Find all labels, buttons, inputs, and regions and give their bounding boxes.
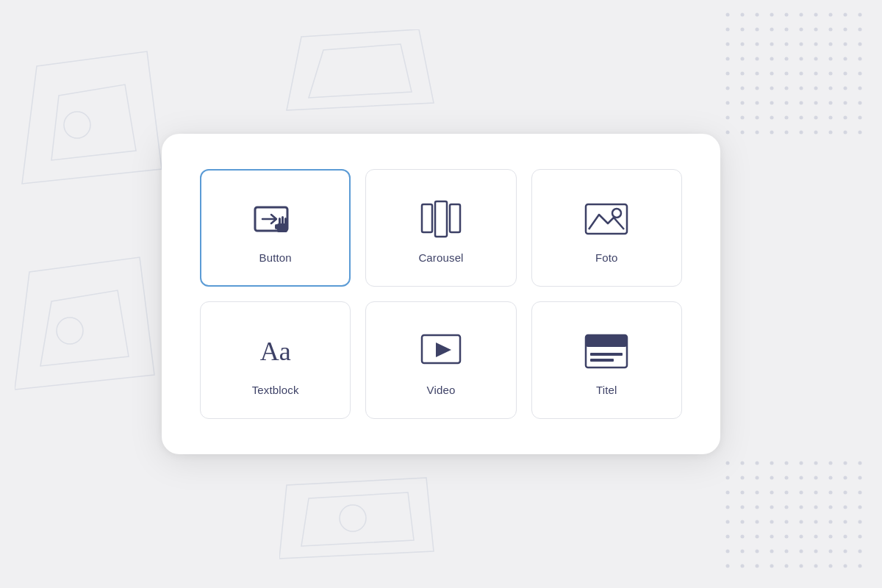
svg-point-157: [814, 535, 818, 539]
svg-point-20: [858, 13, 862, 17]
svg-point-102: [741, 462, 745, 465]
item-carousel[interactable]: Carousel: [365, 169, 516, 287]
svg-point-23: [756, 28, 759, 32]
svg-point-132: [741, 506, 745, 509]
svg-point-164: [770, 550, 774, 553]
svg-point-21: [726, 28, 730, 32]
svg-point-88: [829, 116, 833, 120]
svg-point-48: [829, 57, 833, 61]
svg-point-167: [814, 550, 818, 553]
svg-point-133: [756, 506, 759, 509]
svg-rect-197: [590, 353, 623, 356]
svg-point-53: [756, 72, 759, 76]
svg-point-35: [785, 43, 789, 46]
svg-point-74: [770, 101, 774, 105]
svg-point-41: [726, 57, 730, 61]
svg-point-13: [756, 13, 759, 17]
svg-point-140: [858, 506, 862, 509]
svg-marker-8: [279, 478, 434, 559]
svg-point-18: [829, 13, 833, 17]
svg-point-119: [844, 476, 847, 480]
svg-point-97: [814, 131, 818, 135]
svg-point-139: [844, 506, 847, 509]
svg-point-42: [741, 57, 745, 61]
item-titel[interactable]: Titel: [531, 301, 682, 419]
svg-point-5: [57, 318, 83, 344]
svg-point-108: [829, 462, 833, 465]
svg-point-137: [814, 506, 818, 509]
svg-point-67: [814, 87, 818, 90]
svg-point-61: [726, 87, 730, 90]
svg-point-47: [814, 57, 818, 61]
svg-point-89: [844, 116, 847, 120]
svg-point-141: [726, 520, 730, 524]
geo-shapes-bottom: [279, 470, 441, 566]
svg-point-91: [726, 131, 730, 135]
svg-rect-186: [284, 218, 287, 225]
svg-point-155: [785, 535, 789, 539]
svg-rect-184: [279, 218, 281, 225]
titel-label: Titel: [596, 384, 617, 396]
svg-marker-1: [51, 85, 136, 160]
svg-point-33: [756, 43, 759, 46]
svg-point-56: [800, 72, 803, 76]
svg-point-86: [800, 116, 803, 120]
svg-point-10: [340, 505, 366, 531]
svg-rect-185: [282, 216, 284, 225]
svg-point-26: [800, 28, 803, 32]
svg-point-175: [785, 564, 789, 568]
svg-point-161: [726, 550, 730, 553]
svg-point-71: [726, 101, 730, 105]
svg-point-81: [726, 116, 730, 120]
svg-point-66: [800, 87, 803, 90]
item-video[interactable]: Video: [365, 301, 516, 419]
svg-point-100: [858, 131, 862, 135]
item-foto[interactable]: Foto: [531, 169, 682, 287]
svg-point-156: [800, 535, 803, 539]
item-textblock[interactable]: Aa Textblock: [200, 301, 351, 419]
svg-point-70: [858, 87, 862, 90]
svg-point-76: [800, 101, 803, 105]
textblock-icon-text: Aa: [260, 338, 291, 365]
svg-point-87: [814, 116, 818, 120]
main-card: Button Carousel: [162, 134, 720, 454]
svg-point-124: [770, 491, 774, 495]
svg-point-16: [800, 13, 803, 17]
svg-point-31: [726, 43, 730, 46]
svg-point-173: [756, 564, 759, 568]
svg-point-55: [785, 72, 789, 76]
svg-point-116: [800, 476, 803, 480]
video-icon: [417, 331, 465, 372]
svg-point-54: [770, 72, 774, 76]
item-button[interactable]: Button: [200, 169, 351, 287]
carousel-label: Carousel: [418, 251, 463, 264]
svg-point-145: [785, 520, 789, 524]
svg-point-68: [829, 87, 833, 90]
svg-point-149: [844, 520, 847, 524]
video-label: Video: [427, 384, 456, 396]
svg-point-172: [741, 564, 745, 568]
svg-point-159: [844, 535, 847, 539]
svg-point-58: [829, 72, 833, 76]
svg-point-117: [814, 476, 818, 480]
svg-marker-7: [309, 44, 412, 98]
svg-point-79: [844, 101, 847, 105]
svg-marker-9: [301, 492, 414, 546]
svg-point-166: [800, 550, 803, 553]
svg-point-105: [785, 462, 789, 465]
svg-point-180: [858, 564, 862, 568]
svg-point-170: [858, 550, 862, 553]
svg-rect-188: [422, 204, 432, 232]
svg-point-90: [858, 116, 862, 120]
svg-point-94: [770, 131, 774, 135]
svg-point-75: [785, 101, 789, 105]
svg-point-49: [844, 57, 847, 61]
svg-point-165: [785, 550, 789, 553]
svg-point-104: [770, 462, 774, 465]
svg-point-146: [800, 520, 803, 524]
svg-point-135: [785, 506, 789, 509]
svg-point-43: [756, 57, 759, 61]
svg-rect-187: [275, 224, 278, 229]
svg-point-11: [726, 13, 730, 17]
svg-rect-191: [586, 204, 627, 234]
